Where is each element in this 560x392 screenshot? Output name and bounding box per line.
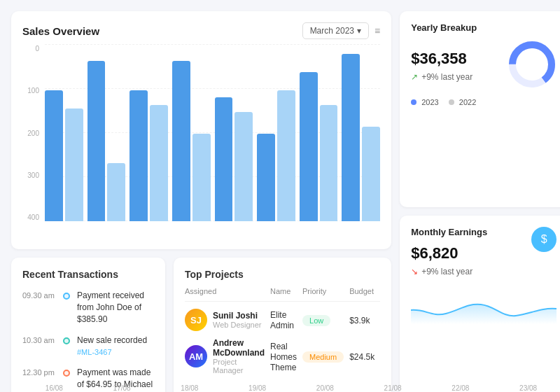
person-info-0: Sunil Joshi Web Designer (213, 311, 262, 329)
tx-desc-1: Payment received from John Doe of $385.9… (77, 290, 154, 325)
bar-group-7 (342, 54, 380, 221)
x-label-6: 22/08 (429, 384, 493, 392)
menu-icon[interactable]: ≡ (374, 26, 380, 36)
bar-pair-0 (45, 90, 83, 221)
x-label-3: 19/08 (225, 384, 289, 392)
bar-dark-5 (257, 134, 275, 221)
yearly-trend-text: +9% last year (421, 72, 472, 82)
bar-group-6 (300, 72, 338, 221)
budget-1: $24.5k (349, 352, 374, 362)
bar-dark-6 (300, 72, 318, 221)
tx-time-2: 10.30 am (22, 336, 56, 344)
bar-group-5 (257, 90, 295, 221)
chart-area: 400 300 200 100 0 (22, 45, 380, 238)
monthly-trend: ↘ +9% last year (411, 267, 487, 276)
tx-dot-teal (63, 337, 70, 344)
projects-header-row: Assigned Name Priority Budget (185, 287, 380, 302)
projects-table: Assigned Name Priority Budget SJ Sunil J… (185, 287, 380, 374)
right-col: Yearly Breakup $36,358 ↗ +9% last year (400, 11, 560, 392)
x-label-0: 16/08 (22, 384, 86, 392)
col-budget: Budget (349, 287, 380, 302)
monthly-left: Monthly Earnings $6,820 ↘ +9% last year (411, 227, 487, 276)
tx-dot-col-3 (63, 370, 70, 377)
col-name: Name (270, 287, 302, 302)
dollar-icon: $ (541, 233, 547, 246)
bar-dark-7 (342, 54, 360, 221)
person-row-0: SJ Sunil Joshi Web Designer (185, 309, 265, 331)
bottom-row: Recent Transactions 09.30 am Payment rec… (11, 258, 391, 392)
td-project-1: Real Homes Theme (270, 331, 302, 374)
person-role-0: Web Designer (213, 321, 262, 329)
legend-dot-2022 (449, 99, 454, 105)
avatar-0: SJ (185, 309, 207, 331)
sales-title: Sales Overview (22, 25, 99, 37)
trend-down-icon: ↘ (411, 267, 418, 276)
x-label-2: 18/08 (158, 384, 222, 392)
tx-desc-2-text: New sale recorded (77, 335, 147, 346)
transaction-item-2: 10.30 am New sale recorded #ML-3467 (22, 335, 154, 357)
legend-2023-label: 2023 (421, 98, 438, 106)
monthly-title: Monthly Earnings (411, 227, 487, 237)
recent-transactions-card: Recent Transactions 09.30 am Payment rec… (11, 258, 165, 392)
donut-chart (507, 40, 556, 89)
tx-time-1: 09.30 am (22, 291, 56, 300)
grid-line-400 (45, 44, 380, 45)
projects-title: Top Projects (185, 269, 380, 280)
td-budget-1: $24.5k (349, 331, 380, 374)
bar-dark-3 (172, 61, 190, 221)
tx-dot-col-1 (63, 293, 70, 300)
x-label-7: 23/08 (496, 384, 560, 392)
sales-header: Sales Overview March 2023 ▾ ≡ (22, 22, 380, 39)
bar-light-4 (234, 112, 253, 221)
yearly-main: $36,358 ↗ +9% last year (411, 40, 556, 91)
avatar-1: AM (185, 345, 207, 368)
tx-dot-blue (63, 293, 70, 300)
td-priority-1: Medium (302, 331, 349, 374)
x-axis: 16/0817/0818/0819/0820/0821/0822/0823/08 (0, 384, 560, 392)
x-label-1: 17/08 (90, 384, 154, 392)
bar-group-3 (172, 61, 211, 221)
table-row-0: SJ Sunil Joshi Web Designer Elite Admin … (185, 302, 380, 332)
td-assigned-0: SJ Sunil Joshi Web Designer (185, 302, 270, 332)
bar-dark-1 (88, 61, 106, 221)
trend-up-icon: ↗ (411, 72, 418, 82)
bar-pair-3 (172, 61, 211, 221)
legend-dot-2023 (411, 99, 416, 105)
legend-2023: 2023 (411, 98, 439, 106)
yearly-breakup-card: Yearly Breakup $36,358 ↗ +9% last year (400, 11, 560, 207)
bar-group-1 (88, 61, 126, 221)
bar-group-0 (45, 90, 83, 221)
monthly-earnings-card: Monthly Earnings $6,820 ↘ +9% last year … (400, 216, 560, 392)
bar-pair-4 (215, 97, 253, 221)
col-priority: Priority (302, 287, 349, 302)
tx-time-3: 12.30 pm (22, 368, 56, 377)
donut-chart-container (507, 40, 556, 91)
yearly-amount: $36,358 (411, 50, 472, 68)
date-selector: March 2023 ▾ ≡ (302, 22, 381, 39)
app-container: Sales Overview March 2023 ▾ ≡ 400 300 20… (0, 0, 560, 392)
date-btn[interactable]: March 2023 ▾ (302, 22, 369, 39)
tx-link-2[interactable]: #ML-3467 (77, 348, 112, 356)
chevron-down-icon: ▾ (357, 26, 361, 36)
project-name-1: Real Homes Theme (270, 342, 297, 372)
yearly-left: $36,358 ↗ +9% last year (411, 50, 472, 82)
budget-0: $3.9k (349, 316, 370, 326)
legend-2022: 2022 (449, 98, 477, 106)
priority-badge-0: Low (302, 315, 330, 326)
bar-pair-6 (300, 72, 338, 221)
person-name-0: Sunil Joshi (213, 311, 262, 321)
yearly-trend: ↗ +9% last year (411, 72, 472, 82)
yearly-breakup-title: Yearly Breakup (411, 22, 556, 33)
bar-group-2 (130, 90, 168, 221)
transactions-title: Recent Transactions (22, 269, 154, 280)
td-budget-0: $3.9k (349, 302, 380, 332)
bar-group-4 (215, 97, 253, 221)
bar-light-2 (150, 105, 168, 221)
bars-container (45, 50, 380, 221)
tx-desc-2: New sale recorded #ML-3467 (77, 335, 147, 357)
td-priority-0: Low (302, 302, 349, 332)
col-assigned: Assigned (185, 287, 270, 302)
x-label-5: 21/08 (361, 384, 425, 392)
date-label: March 2023 (310, 26, 354, 36)
priority-badge-1: Medium (302, 351, 344, 363)
